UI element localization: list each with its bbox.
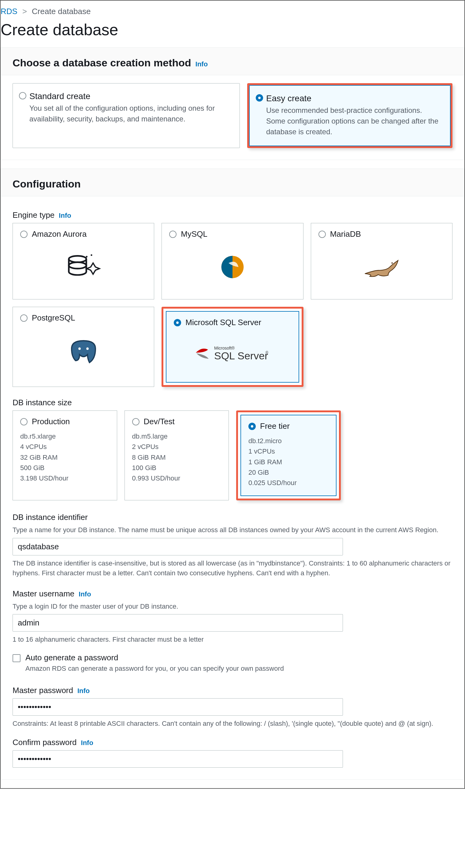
radio-icon bbox=[174, 319, 181, 326]
engine-mariadb-label: MariaDB bbox=[330, 229, 361, 239]
svg-point-3 bbox=[91, 254, 92, 256]
db-identifier-input[interactable] bbox=[12, 538, 343, 555]
radio-icon bbox=[169, 230, 177, 238]
db-identifier-help: Type a name for your DB instance. The na… bbox=[12, 525, 453, 535]
radio-icon bbox=[132, 418, 140, 426]
radio-icon bbox=[20, 314, 28, 322]
svg-text:SQL Server: SQL Server bbox=[214, 350, 268, 362]
svg-point-7 bbox=[86, 347, 89, 350]
svg-point-2 bbox=[86, 256, 87, 257]
breadcrumb-current: Create database bbox=[32, 7, 91, 16]
size-freetier-label: Free tier bbox=[260, 422, 290, 431]
size-production-spec: db.r5.xlarge 4 vCPUs 32 GiB RAM 500 GiB … bbox=[20, 431, 110, 483]
svg-point-1 bbox=[69, 262, 86, 269]
radio-icon bbox=[248, 423, 256, 430]
engine-amazon-aurora[interactable]: Amazon Aurora bbox=[12, 223, 154, 300]
engine-type-label: Engine type bbox=[12, 210, 55, 220]
creation-method-heading: Choose a database creation method bbox=[12, 57, 191, 69]
confirm-password-label: Confirm password bbox=[12, 738, 77, 747]
creation-method-info-link[interactable]: Info bbox=[195, 60, 208, 68]
creation-method-standard[interactable]: Standard create You set all of the confi… bbox=[12, 83, 240, 148]
svg-point-6 bbox=[78, 347, 81, 350]
master-password-hint: Constraints: At least 8 printable ASCII … bbox=[12, 719, 453, 728]
configuration-panel: Configuration Engine type Info Amazon Au… bbox=[1, 168, 464, 780]
size-devtest-label: Dev/Test bbox=[144, 417, 175, 426]
engine-mysql-label: MySQL bbox=[181, 229, 208, 239]
master-password-label: Master password bbox=[12, 686, 73, 695]
master-username-help: Type a login ID for the master user of y… bbox=[12, 601, 453, 611]
svg-point-0 bbox=[69, 256, 86, 262]
page-title: Create database bbox=[1, 19, 464, 48]
creation-method-easy-title: Easy create bbox=[266, 94, 441, 103]
auto-generate-password-label: Auto generate a password bbox=[25, 653, 284, 662]
confirm-password-input[interactable] bbox=[12, 750, 343, 768]
creation-method-easy[interactable]: Easy create Use recommended best-practic… bbox=[249, 85, 451, 146]
master-username-info-link[interactable]: Info bbox=[79, 590, 91, 598]
db-instance-size-label: DB instance size bbox=[12, 398, 72, 407]
confirm-password-info-link[interactable]: Info bbox=[81, 739, 93, 747]
radio-icon bbox=[20, 230, 28, 238]
sqlserver-logo-icon: Microsoft® SQL Server ® bbox=[174, 327, 291, 375]
auto-generate-password-help: Amazon RDS can generate a password for y… bbox=[25, 664, 284, 674]
radio-icon bbox=[256, 94, 263, 101]
engine-sqlserver[interactable]: Microsoft SQL Server Microsoft® SQL Serv… bbox=[166, 311, 299, 383]
breadcrumb-separator-icon: > bbox=[22, 7, 27, 16]
svg-text:®: ® bbox=[266, 350, 268, 355]
aurora-logo-icon bbox=[20, 239, 147, 292]
radio-icon bbox=[318, 230, 326, 238]
mysql-logo-icon bbox=[169, 239, 296, 292]
creation-method-standard-desc: You set all of the configuration options… bbox=[29, 103, 231, 124]
breadcrumb-root-link[interactable]: RDS bbox=[1, 7, 18, 16]
engine-mariadb[interactable]: MariaDB bbox=[311, 223, 453, 300]
engine-postgresql-label: PostgreSQL bbox=[32, 313, 75, 323]
engine-type-info-link[interactable]: Info bbox=[59, 212, 71, 220]
size-devtest[interactable]: Dev/Test db.m5.large 2 vCPUs 8 GiB RAM 1… bbox=[125, 410, 229, 500]
engine-sqlserver-highlight: Microsoft SQL Server Microsoft® SQL Serv… bbox=[161, 307, 303, 387]
size-freetier-spec: db.t2.micro 1 vCPUs 1 GiB RAM 20 GiB 0.0… bbox=[248, 436, 329, 488]
engine-sqlserver-label: Microsoft SQL Server bbox=[185, 318, 261, 327]
master-username-label: Master username bbox=[12, 589, 74, 598]
creation-method-easy-desc: Use recommended best-practice configurat… bbox=[266, 105, 441, 137]
svg-point-5 bbox=[392, 262, 393, 264]
engine-postgresql[interactable]: PostgreSQL bbox=[12, 307, 154, 387]
engine-mysql[interactable]: MySQL bbox=[161, 223, 303, 300]
size-devtest-spec: db.m5.large 2 vCPUs 8 GiB RAM 100 GiB 0.… bbox=[132, 431, 221, 483]
db-identifier-hint: The DB instance identifier is case-insen… bbox=[12, 558, 453, 578]
postgresql-logo-icon bbox=[20, 323, 147, 379]
db-identifier-label: DB instance identifier bbox=[12, 513, 88, 522]
size-production[interactable]: Production db.r5.xlarge 4 vCPUs 32 GiB R… bbox=[12, 410, 117, 500]
radio-icon bbox=[20, 418, 28, 426]
size-freetier[interactable]: Free tier db.t2.micro 1 vCPUs 1 GiB RAM … bbox=[241, 415, 337, 496]
creation-method-panel: Choose a database creation method Info S… bbox=[1, 48, 464, 160]
size-freetier-highlight: Free tier db.t2.micro 1 vCPUs 1 GiB RAM … bbox=[236, 410, 341, 500]
engine-amazon-aurora-label: Amazon Aurora bbox=[32, 229, 87, 239]
creation-method-standard-title: Standard create bbox=[29, 91, 231, 101]
master-username-hint: 1 to 16 alphanumeric characters. First c… bbox=[12, 634, 453, 644]
master-username-input[interactable] bbox=[12, 614, 343, 631]
size-production-label: Production bbox=[32, 417, 70, 426]
radio-icon bbox=[19, 92, 26, 99]
checkbox-icon bbox=[12, 654, 21, 662]
master-password-input[interactable] bbox=[12, 698, 343, 716]
auto-generate-password[interactable]: Auto generate a password Amazon RDS can … bbox=[12, 653, 453, 677]
mariadb-logo-icon bbox=[318, 239, 445, 292]
configuration-heading: Configuration bbox=[12, 178, 81, 190]
creation-method-easy-highlight: Easy create Use recommended best-practic… bbox=[247, 83, 453, 148]
breadcrumb: RDS > Create database bbox=[1, 1, 464, 19]
master-password-info-link[interactable]: Info bbox=[78, 687, 90, 695]
